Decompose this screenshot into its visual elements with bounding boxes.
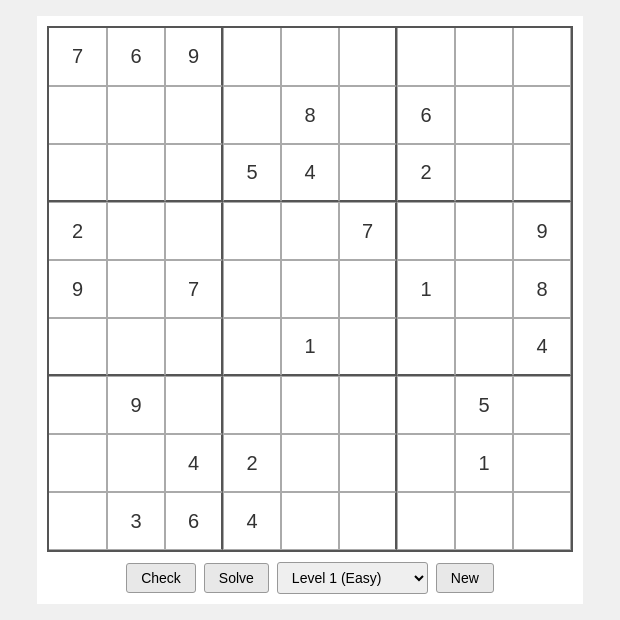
cell-r5-c4[interactable] bbox=[223, 260, 281, 318]
cell-r2-c4[interactable] bbox=[223, 86, 281, 144]
cell-r6-c1[interactable] bbox=[49, 318, 107, 376]
cell-r7-c3[interactable] bbox=[165, 376, 223, 434]
cell-r3-c8[interactable] bbox=[455, 144, 513, 202]
cell-r4-c7[interactable] bbox=[397, 202, 455, 260]
cell-r4-c4[interactable] bbox=[223, 202, 281, 260]
cell-r9-c1[interactable] bbox=[49, 492, 107, 550]
cell-r3-c2[interactable] bbox=[107, 144, 165, 202]
cell-r4-c3[interactable] bbox=[165, 202, 223, 260]
app-container: 7698654227997181495421364 Check Solve Le… bbox=[37, 16, 583, 604]
cell-r2-c5: 8 bbox=[281, 86, 339, 144]
cell-r6-c8[interactable] bbox=[455, 318, 513, 376]
cell-r7-c8: 5 bbox=[455, 376, 513, 434]
cell-r4-c9: 9 bbox=[513, 202, 571, 260]
cell-r8-c7[interactable] bbox=[397, 434, 455, 492]
cell-r3-c7: 2 bbox=[397, 144, 455, 202]
cell-r5-c8[interactable] bbox=[455, 260, 513, 318]
cell-r4-c2[interactable] bbox=[107, 202, 165, 260]
cell-r5-c3: 7 bbox=[165, 260, 223, 318]
cell-r4-c8[interactable] bbox=[455, 202, 513, 260]
cell-r2-c1[interactable] bbox=[49, 86, 107, 144]
cell-r6-c9: 4 bbox=[513, 318, 571, 376]
cell-r5-c6[interactable] bbox=[339, 260, 397, 318]
sudoku-grid: 7698654227997181495421364 bbox=[47, 26, 573, 552]
cell-r8-c9[interactable] bbox=[513, 434, 571, 492]
cell-r4-c1: 2 bbox=[49, 202, 107, 260]
cell-r2-c2[interactable] bbox=[107, 86, 165, 144]
cell-r8-c4: 2 bbox=[223, 434, 281, 492]
cell-r9-c6[interactable] bbox=[339, 492, 397, 550]
cell-r4-c6: 7 bbox=[339, 202, 397, 260]
cell-r8-c2[interactable] bbox=[107, 434, 165, 492]
solve-button[interactable]: Solve bbox=[204, 563, 269, 593]
cell-r8-c8: 1 bbox=[455, 434, 513, 492]
cell-r1-c9[interactable] bbox=[513, 28, 571, 86]
cell-r2-c7: 6 bbox=[397, 86, 455, 144]
cell-r3-c9[interactable] bbox=[513, 144, 571, 202]
cell-r9-c9[interactable] bbox=[513, 492, 571, 550]
cell-r9-c7[interactable] bbox=[397, 492, 455, 550]
check-button[interactable]: Check bbox=[126, 563, 196, 593]
cell-r8-c6[interactable] bbox=[339, 434, 397, 492]
cell-r6-c3[interactable] bbox=[165, 318, 223, 376]
cell-r5-c7: 1 bbox=[397, 260, 455, 318]
cell-r1-c2: 6 bbox=[107, 28, 165, 86]
toolbar: Check Solve Level 1 (Easy)Level 2 (Mediu… bbox=[126, 562, 494, 594]
cell-r9-c4: 4 bbox=[223, 492, 281, 550]
cell-r6-c5: 1 bbox=[281, 318, 339, 376]
cell-r3-c3[interactable] bbox=[165, 144, 223, 202]
cell-r8-c5[interactable] bbox=[281, 434, 339, 492]
cell-r7-c2: 9 bbox=[107, 376, 165, 434]
cell-r1-c1: 7 bbox=[49, 28, 107, 86]
cell-r7-c7[interactable] bbox=[397, 376, 455, 434]
cell-r1-c6[interactable] bbox=[339, 28, 397, 86]
cell-r8-c1[interactable] bbox=[49, 434, 107, 492]
cell-r5-c2[interactable] bbox=[107, 260, 165, 318]
cell-r3-c4: 5 bbox=[223, 144, 281, 202]
cell-r2-c8[interactable] bbox=[455, 86, 513, 144]
cell-r5-c1: 9 bbox=[49, 260, 107, 318]
cell-r1-c4[interactable] bbox=[223, 28, 281, 86]
cell-r3-c1[interactable] bbox=[49, 144, 107, 202]
cell-r6-c7[interactable] bbox=[397, 318, 455, 376]
cell-r7-c5[interactable] bbox=[281, 376, 339, 434]
cell-r8-c3: 4 bbox=[165, 434, 223, 492]
cell-r7-c6[interactable] bbox=[339, 376, 397, 434]
cell-r9-c2: 3 bbox=[107, 492, 165, 550]
cell-r1-c3: 9 bbox=[165, 28, 223, 86]
cell-r3-c6[interactable] bbox=[339, 144, 397, 202]
cell-r7-c1[interactable] bbox=[49, 376, 107, 434]
cell-r1-c8[interactable] bbox=[455, 28, 513, 86]
cell-r4-c5[interactable] bbox=[281, 202, 339, 260]
cell-r9-c3: 6 bbox=[165, 492, 223, 550]
cell-r2-c9[interactable] bbox=[513, 86, 571, 144]
cell-r1-c5[interactable] bbox=[281, 28, 339, 86]
cell-r6-c2[interactable] bbox=[107, 318, 165, 376]
cell-r2-c6[interactable] bbox=[339, 86, 397, 144]
difficulty-select[interactable]: Level 1 (Easy)Level 2 (Medium)Level 3 (H… bbox=[277, 562, 428, 594]
cell-r7-c9[interactable] bbox=[513, 376, 571, 434]
cell-r2-c3[interactable] bbox=[165, 86, 223, 144]
cell-r7-c4[interactable] bbox=[223, 376, 281, 434]
new-button[interactable]: New bbox=[436, 563, 494, 593]
cell-r3-c5: 4 bbox=[281, 144, 339, 202]
cell-r5-c9: 8 bbox=[513, 260, 571, 318]
cell-r9-c5[interactable] bbox=[281, 492, 339, 550]
cell-r1-c7[interactable] bbox=[397, 28, 455, 86]
cell-r5-c5[interactable] bbox=[281, 260, 339, 318]
cell-r9-c8[interactable] bbox=[455, 492, 513, 550]
cell-r6-c6[interactable] bbox=[339, 318, 397, 376]
cell-r6-c4[interactable] bbox=[223, 318, 281, 376]
